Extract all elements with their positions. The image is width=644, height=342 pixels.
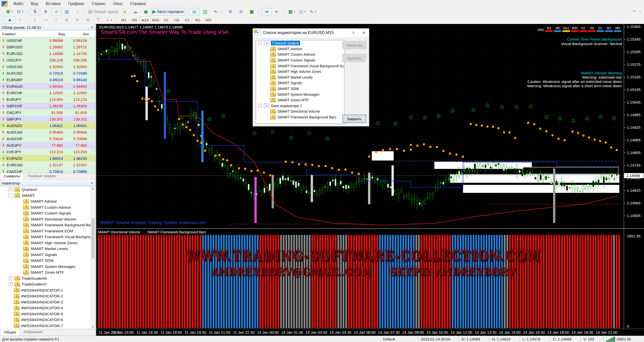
navigator-item[interactable]: f◆#WSS943!INDICATOR-8 (0, 329, 95, 329)
tab-тиковый-график[interactable]: Тиковый график (24, 173, 59, 179)
collapse-icon[interactable]: − (9, 194, 12, 197)
navigator-item[interactable]: f◆SMART High Volume Zones (0, 240, 95, 246)
collapse-icon[interactable]: − (258, 41, 262, 45)
navigator-item[interactable]: −f◆SMART (0, 193, 95, 199)
line-chart-button[interactable]: ∿ (210, 8, 221, 16)
navigator-item[interactable]: f◆#WSS943!INDICATOR-2 (0, 293, 95, 299)
toolbar-overflow[interactable]: »⌄ (633, 9, 642, 13)
tab-общие[interactable]: Общие (0, 329, 20, 336)
dialog-indicator-item[interactable]: f◆SMART High Volume Zones (256, 69, 344, 75)
close-icon[interactable]: ✕ (91, 25, 93, 29)
chart-shift-toggle[interactable]: ⇤ (272, 8, 282, 16)
navigator-item[interactable]: f◆SMART Zones MTF (0, 269, 95, 275)
chart-canvas[interactable]: 1.154051.153451.152851.152251.151651.151… (95, 24, 644, 336)
metaeditor-button[interactable]: ◈ (119, 8, 130, 16)
cursor-tool-button[interactable]: ➤ (4, 16, 15, 24)
market-watch-row[interactable]: ⬆AUDNZD1.054211.05541 (0, 122, 95, 129)
expand-icon[interactable]: + (9, 188, 12, 191)
timeframe-button-h4[interactable]: H4 (171, 16, 182, 23)
market-watch-row[interactable]: ⬆CADCHF0.739150.73995 (0, 168, 95, 173)
crosshair-tool-button[interactable]: + (15, 16, 25, 24)
new-order-button[interactable]: ▤Новый ордер (87, 8, 119, 16)
market-watch-row[interactable]: ⬇EURAUD1.593331.59403 (0, 83, 95, 90)
timeframe-button-w1[interactable]: W1 (193, 16, 203, 23)
market-watch-toggle[interactable]: ⇅ (30, 8, 40, 16)
navigator-item[interactable]: f◆SMART Custom Advisor (0, 204, 95, 210)
dialog-indicator-item[interactable]: f◆SMART Framework Background Bars (256, 114, 344, 120)
navigator-item[interactable]: f◆SMART System Messages (0, 264, 95, 270)
candle-chart-button[interactable]: ◫ (200, 8, 210, 16)
market-watch-row[interactable]: ⬇USDJPY108.226108.256 (0, 57, 95, 64)
navigator-item[interactable]: f◆SMART Market Levels (0, 246, 95, 252)
column-bid[interactable]: Бид (40, 32, 65, 36)
dialog-indicator-item[interactable]: f◆SMART System Messages (256, 91, 344, 97)
tile-windows-button[interactable]: ▦ (246, 8, 257, 16)
status-profile[interactable]: Default (380, 336, 418, 342)
menu-window[interactable]: Окно (109, 0, 126, 8)
market-watch-row[interactable]: ⬆EURNZD1.680131.68133 (0, 155, 95, 162)
market-watch-row[interactable]: ⬇AUDCHF0.706100.70690 (0, 136, 95, 142)
navigator-item[interactable]: +f◆TradeGuider47 (0, 281, 95, 287)
trendline-button[interactable]: / (51, 16, 61, 24)
navigator-item[interactable]: +f◆Quantum (0, 186, 95, 193)
market-watch-row[interactable]: ⬇CADJPY81.53681.616 (0, 109, 95, 116)
menu-service[interactable]: Сервис (88, 0, 109, 8)
market-watch-row[interactable]: ⬆AUDUSD0.720100.72040 (0, 70, 95, 77)
navigator-item[interactable]: f◆#WSS943!INDICATOR-1 (0, 287, 95, 293)
timeframe-button-m15[interactable]: M15 (140, 16, 150, 23)
navigator-item[interactable]: f◆#WSS943!INDICATOR-5 (0, 311, 95, 317)
properties-button[interactable]: Свойства (342, 41, 366, 49)
market-watch-row[interactable]: ⬇USDCAD1.326531.32683 (0, 64, 95, 70)
signals-button[interactable]: ◉ (140, 8, 151, 16)
dialog-indicator-item[interactable]: f◆SMART Framework Visual Background Scan… (256, 63, 344, 69)
horizontal-line-button[interactable]: — (40, 16, 51, 24)
timeframe-button-d1[interactable]: D1 (182, 16, 193, 23)
close-button[interactable]: Закрыть (342, 115, 366, 123)
zoom-out-button[interactable]: ⊖ (236, 8, 246, 16)
tab-избранное[interactable]: Избранное (20, 329, 46, 335)
navigator-item[interactable]: f◆#WSS943!INDICATOR-6 (0, 317, 95, 323)
navigator-item[interactable]: f◆SMART Signals (0, 252, 95, 258)
navigator-item[interactable]: f◆SMART Advisor (0, 198, 95, 204)
market-watch-row[interactable]: ⬇AUDJPY77.88277.962 (0, 142, 95, 149)
dialog-indicator-item[interactable]: f◆SMART Custom Advisor (256, 52, 344, 57)
new-chart-button[interactable]: ⊞▾ (4, 8, 15, 16)
fibonacci-button[interactable]: ≡ (72, 16, 83, 24)
auto-scroll-toggle[interactable]: ⇥ (261, 8, 272, 16)
dialog-indicator-item[interactable]: −∿Окно индикатора 1 (256, 103, 344, 109)
navigator-item[interactable]: +f◆TradeGuider45 (0, 275, 95, 282)
navigator-scrollbar[interactable]: ▲ ▼ (91, 186, 95, 329)
market-watch-row[interactable]: ⬇GBPCHF1.262331.26303 (0, 103, 95, 109)
market-watch-row[interactable]: ⬇EURCHF1.125201.12550 (0, 90, 95, 96)
dialog-indicator-item[interactable]: −∿Главный график (256, 40, 344, 46)
tab-символы[interactable]: Символы (0, 173, 24, 180)
dialog-indicator-item[interactable]: f◆SMART Zones MTF (256, 97, 344, 103)
market-watch-row[interactable]: ⬇AUDCAD0.954840.95564 (0, 129, 95, 136)
expand-icon[interactable]: + (9, 282, 12, 286)
collapse-icon[interactable]: − (258, 104, 262, 108)
profiles-button[interactable]: ⊟▾ (15, 8, 25, 16)
arrows-tool-button[interactable]: ⇣▾ (104, 16, 114, 24)
delete-button[interactable]: Удалить (342, 54, 366, 62)
dialog-indicator-item[interactable]: f◆SMART Directional Volume (256, 109, 344, 114)
market-watch-row[interactable]: ⬇EURCAD1.521471.52267 (0, 162, 95, 168)
menu-insert[interactable]: Вставка (42, 0, 64, 8)
column-ask[interactable]: Аск (65, 32, 90, 36)
dialog-indicator-item[interactable]: f◆SMART Custom Signals (256, 57, 344, 63)
navigator-item[interactable]: f◆SMART Framework Visual Background Scan… (0, 234, 95, 240)
navigator-item[interactable]: f◆SMART SOW (0, 258, 95, 264)
scrollbar-thumb[interactable] (91, 218, 95, 259)
close-icon[interactable]: ✕ (91, 181, 93, 185)
dialog-indicator-item[interactable]: f◆SMART SOW (256, 86, 344, 92)
menu-help[interactable]: Справка (126, 0, 150, 8)
periods-button[interactable]: ◷▾ (297, 8, 308, 16)
expand-icon[interactable]: + (9, 276, 12, 280)
indicators-button[interactable]: ∿▾ (308, 8, 318, 16)
column-symbol[interactable]: Символ (0, 32, 40, 36)
bar-chart-button[interactable]: ||| (189, 8, 200, 16)
zoom-in-button[interactable]: ⊕ (225, 8, 236, 16)
timeframe-button-mn[interactable]: MN (203, 16, 214, 23)
channel-button[interactable]: ≋ (61, 16, 72, 24)
text-label-button[interactable]: T (93, 16, 104, 24)
menu-view[interactable]: Вид (27, 0, 42, 8)
